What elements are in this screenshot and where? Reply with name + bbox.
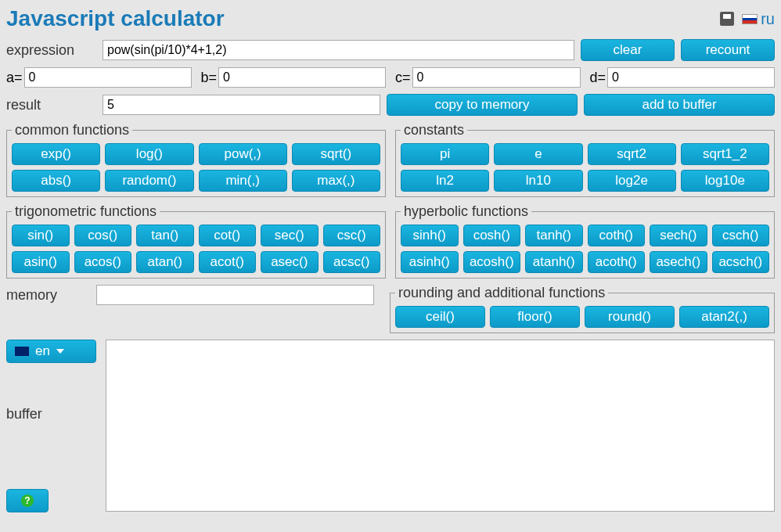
help-icon: ? <box>21 494 34 507</box>
fn-button-acosh[interactable]: acosh() <box>463 251 521 273</box>
expression-label: expression <box>6 42 96 59</box>
fn-button-tan[interactable]: tan() <box>136 225 194 246</box>
common-functions-fieldset: common functions exp()log()pow(,)sqrt()a… <box>6 122 386 197</box>
var-b-input[interactable] <box>218 67 386 88</box>
var-a-label: a= <box>6 70 23 86</box>
const-button-sqrt2[interactable]: sqrt2 <box>588 143 676 165</box>
constants-fieldset: constants piesqrt2sqrt1_2ln2ln10log2elog… <box>395 122 775 197</box>
fn-button-acsch[interactable]: acsch() <box>712 251 770 273</box>
fn-button-asech[interactable]: asech() <box>650 251 707 273</box>
save-icon[interactable] <box>720 12 734 26</box>
trig-functions-fieldset: trigonometric functions sin()cos()tan()c… <box>6 203 386 279</box>
common-functions-legend: common functions <box>12 122 132 138</box>
fn-button-min[interactable]: min(,) <box>199 170 287 192</box>
fn-button-atan2[interactable]: atan2(,) <box>679 306 769 328</box>
var-d-label: d= <box>590 70 606 86</box>
rounding-fieldset: rounding and additional functions ceil()… <box>390 285 775 333</box>
const-button-sqrt1_2[interactable]: sqrt1_2 <box>681 143 769 165</box>
fn-button-sqrt[interactable]: sqrt() <box>292 143 380 165</box>
fn-button-acos[interactable]: acos() <box>74 251 132 273</box>
rounding-legend: rounding and additional functions <box>395 285 608 301</box>
fn-button-acot[interactable]: acot() <box>199 251 257 273</box>
clear-button[interactable]: clear <box>581 39 675 61</box>
language-select[interactable]: en <box>6 340 96 363</box>
fn-button-cot[interactable]: cot() <box>199 225 257 246</box>
fn-button-asinh[interactable]: asinh() <box>401 251 459 273</box>
fn-button-random[interactable]: random() <box>105 170 193 192</box>
buffer-textarea[interactable] <box>106 340 775 512</box>
fn-button-round[interactable]: round() <box>585 306 675 328</box>
chevron-down-icon <box>56 349 64 354</box>
flag-ru-icon <box>742 14 758 24</box>
fn-button-ceil[interactable]: ceil() <box>395 306 485 328</box>
fn-button-coth[interactable]: coth() <box>588 225 646 246</box>
const-button-log2e[interactable]: log2e <box>588 170 676 192</box>
const-button-log10e[interactable]: log10e <box>681 170 769 192</box>
var-d-input[interactable] <box>607 67 775 88</box>
fn-button-floor[interactable]: floor() <box>490 306 580 328</box>
result-input[interactable] <box>103 95 380 115</box>
help-button[interactable]: ? <box>6 489 49 512</box>
fn-button-pow[interactable]: pow(,) <box>199 143 287 165</box>
add-to-buffer-button[interactable]: add to buffer <box>584 94 775 116</box>
page-title: Javascript calculator <box>6 6 225 31</box>
hyper-functions-fieldset: hyperbolic functions sinh()cosh()tanh()c… <box>395 203 775 279</box>
hyper-functions-legend: hyperbolic functions <box>401 203 531 220</box>
expression-input[interactable] <box>103 40 574 60</box>
fn-button-atanh[interactable]: atanh() <box>525 251 583 273</box>
result-label: result <box>6 97 96 113</box>
var-c-input[interactable] <box>412 67 581 88</box>
fn-button-sech[interactable]: sech() <box>650 225 707 246</box>
fn-button-abs[interactable]: abs() <box>12 170 100 192</box>
flag-gb-icon <box>15 347 29 356</box>
fn-button-acsc[interactable]: acsc() <box>323 251 381 273</box>
fn-button-cosh[interactable]: cosh() <box>463 225 521 246</box>
fn-button-csc[interactable]: csc() <box>323 225 381 246</box>
lang-ru-link[interactable]: ru <box>742 10 775 28</box>
ru-label: ru <box>761 10 775 28</box>
var-b-label: b= <box>201 70 218 86</box>
constants-legend: constants <box>401 122 467 138</box>
fn-button-log[interactable]: log() <box>105 143 193 165</box>
fn-button-cos[interactable]: cos() <box>74 225 132 246</box>
fn-button-exp[interactable]: exp() <box>12 143 100 165</box>
fn-button-sin[interactable]: sin() <box>12 225 70 246</box>
lang-label: en <box>35 343 50 359</box>
fn-button-tanh[interactable]: tanh() <box>525 225 583 246</box>
const-button-pi[interactable]: pi <box>401 143 489 165</box>
recount-button[interactable]: recount <box>681 39 775 61</box>
var-c-label: c= <box>395 70 411 86</box>
var-a-input[interactable] <box>24 67 192 88</box>
fn-button-sinh[interactable]: sinh() <box>401 225 459 246</box>
const-button-e[interactable]: e <box>494 143 582 165</box>
trig-functions-legend: trigonometric functions <box>12 203 160 220</box>
fn-button-asec[interactable]: asec() <box>261 251 319 273</box>
fn-button-sec[interactable]: sec() <box>261 225 319 246</box>
const-button-ln10[interactable]: ln10 <box>494 170 582 192</box>
fn-button-csch[interactable]: csch() <box>712 225 770 246</box>
fn-button-atan[interactable]: atan() <box>136 251 194 273</box>
buffer-label: buffer <box>6 406 96 422</box>
fn-button-asin[interactable]: asin() <box>12 251 70 273</box>
memory-label: memory <box>6 287 96 304</box>
copy-to-memory-button[interactable]: copy to memory <box>387 94 578 116</box>
fn-button-acoth[interactable]: acoth() <box>588 251 646 273</box>
const-button-ln2[interactable]: ln2 <box>401 170 489 192</box>
memory-input[interactable] <box>96 285 374 305</box>
fn-button-max[interactable]: max(,) <box>292 170 380 192</box>
